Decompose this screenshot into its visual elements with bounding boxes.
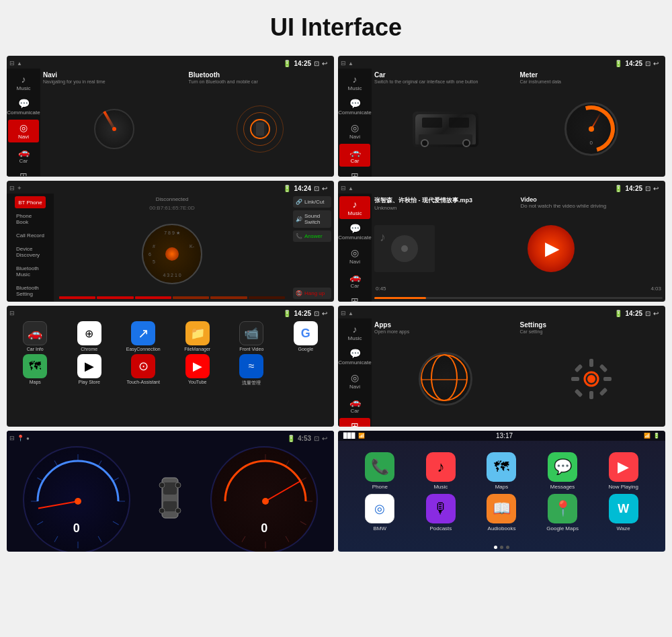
car-visual xyxy=(374,84,517,174)
back-icon7[interactable]: ↩ xyxy=(322,435,327,442)
sidebar4-apps[interactable]: ⊞ Apps xyxy=(339,293,370,302)
dot-2[interactable] xyxy=(500,546,503,549)
app-chrome[interactable]: ⊕ Chrome xyxy=(64,321,116,351)
signal-bars: ▉▉▉ xyxy=(343,433,355,439)
svg-rect-9 xyxy=(599,364,607,373)
carplay-bmw[interactable]: ◎ BMW xyxy=(351,494,409,532)
back-icon5[interactable]: ↩ xyxy=(322,310,327,317)
carplay-maps[interactable]: 🗺 Maps xyxy=(473,452,530,490)
battery-icon3: 🔋 xyxy=(283,185,291,192)
carplay-phone[interactable]: 📞 Phone xyxy=(351,452,409,490)
device-discovery-menu-item[interactable]: Device Discovery xyxy=(15,243,46,261)
wifi-icon: 📶 xyxy=(644,433,650,439)
call-record-menu-item[interactable]: Call Record xyxy=(15,229,46,241)
home-icon6[interactable]: ⊟ xyxy=(341,310,346,316)
home-icon4[interactable]: ⊟ xyxy=(341,185,346,192)
sidebar-car[interactable]: 🚗 Car xyxy=(8,144,39,167)
apps-section-title: Apps xyxy=(374,321,517,329)
back-icon3[interactable]: ↩ xyxy=(322,185,327,192)
home-icon[interactable]: ⊟ xyxy=(9,60,15,67)
back-icon6[interactable]: ↩ xyxy=(653,310,659,317)
app-maps[interactable]: 🗺 Maps xyxy=(9,354,61,386)
back-icon4[interactable]: ↩ xyxy=(653,185,659,192)
sidebar-navi[interactable]: ◎ Navi xyxy=(8,120,39,142)
answer-btn[interactable]: 📞 Answer xyxy=(293,230,331,242)
app-touch-assistant[interactable]: ⊙ Touch-Assistant xyxy=(118,354,169,386)
back-icon2[interactable]: ↩ xyxy=(653,60,659,67)
carplay-waze[interactable]: W Waze xyxy=(595,494,652,532)
progress-bar[interactable] xyxy=(374,297,663,299)
window-icon[interactable]: ⊡ xyxy=(314,60,319,67)
svg-rect-25 xyxy=(163,482,177,495)
screen-apps-grid: ⊟ 🔋 14:25 ⊡ ↩ 🚗 Car Info ⊕ xyxy=(7,306,334,427)
dashboard-body: 0 xyxy=(7,443,334,552)
sidebar2-navi[interactable]: ◎ Navi xyxy=(339,120,370,142)
home-icon3[interactable]: ⊟ xyxy=(9,185,15,192)
sidebar4-communicate[interactable]: 💬 Communicate xyxy=(339,220,370,243)
window-icon2[interactable]: ⊡ xyxy=(645,60,650,67)
app-traffic-manage[interactable]: ≈ 流量管理 xyxy=(226,354,278,386)
app-google[interactable]: G Google xyxy=(280,321,332,351)
window-icon5[interactable]: ⊡ xyxy=(314,310,319,317)
navi-icon4: ◎ xyxy=(351,247,359,258)
sidebar6-communicate[interactable]: 💬 Communicate xyxy=(339,345,370,368)
bt-setting-menu-item[interactable]: Bluetooth Setting xyxy=(15,282,46,300)
home-icon7[interactable]: ⊟ xyxy=(9,435,15,441)
globe-visual xyxy=(419,352,472,406)
app-front-video[interactable]: 📹 Front Video xyxy=(226,321,278,351)
window-icon7[interactable]: ⊡ xyxy=(314,435,319,442)
sound-switch-btn[interactable]: 🔊 Sound Switch xyxy=(293,210,331,228)
window-icon3[interactable]: ⊡ xyxy=(314,185,319,192)
sidebar6-car[interactable]: 🚗 Car xyxy=(339,394,370,417)
dot-1[interactable] xyxy=(494,546,497,549)
link-cut-btn[interactable]: 🔗 Link/Cut xyxy=(293,196,331,208)
sidebar4-navi[interactable]: ◎ Navi xyxy=(339,245,370,267)
window-icon4[interactable]: ⊡ xyxy=(645,185,650,192)
play-button[interactable]: ▶ xyxy=(528,225,575,272)
phone-book-menu-item[interactable]: Phone Book xyxy=(15,210,46,228)
carplay-google-maps[interactable]: 📍 Google Maps xyxy=(534,494,591,532)
sidebar6-music[interactable]: ♪ Music xyxy=(339,321,370,344)
sidebar2-car[interactable]: 🚗 Car xyxy=(339,144,370,167)
app-car-info[interactable]: 🚗 Car Info xyxy=(9,321,61,351)
carplay-page-dots xyxy=(338,543,665,552)
carplay-now-playing[interactable]: ▶ Now Playing xyxy=(595,452,652,490)
meter-subtitle: Car instrument data xyxy=(520,79,663,84)
home-icon2[interactable]: ⊟ xyxy=(341,60,346,67)
home-icon5[interactable]: ⊟ xyxy=(9,310,15,316)
sidebar4-car[interactable]: 🚗 Car xyxy=(339,269,370,292)
car-subtitle: Switch to the original car interface wit… xyxy=(374,79,517,84)
svg-line-15 xyxy=(98,536,101,542)
navi-icon6: ◎ xyxy=(351,372,359,383)
carplay-music[interactable]: ♪ Music xyxy=(413,452,470,490)
sidebar-communicate[interactable]: 💬 Communicate xyxy=(8,95,39,118)
svg-rect-5 xyxy=(603,377,612,381)
now-playing-icon: ▶ xyxy=(618,458,629,476)
sidebar2-music[interactable]: ♪ Music xyxy=(339,71,370,94)
hangup-btn[interactable]: 📵 Hang up xyxy=(293,288,331,299)
bt-music-menu-item[interactable]: Bluetooth Music xyxy=(15,262,46,280)
app-easy-connection[interactable]: ↗ EasyConnection xyxy=(118,321,169,351)
app-file-manager[interactable]: 📁 FileManager xyxy=(172,321,224,351)
carplay-audiobooks[interactable]: 📖 Audiobooks xyxy=(473,494,530,532)
bt-phone-menu-item[interactable]: BT Phone xyxy=(15,196,46,208)
svg-line-39 xyxy=(265,481,300,501)
dial-circle[interactable]: 7 8 9 ★ # K- 6 5 4 3 2 1 0 xyxy=(142,224,202,284)
carplay-messages[interactable]: 💬 Messages xyxy=(534,452,591,490)
bt-header-icon: ✦ xyxy=(17,185,22,192)
sidebar2-apps[interactable]: ⊞ Apps xyxy=(339,168,370,177)
sidebar6-apps[interactable]: ⊞ Apps xyxy=(339,418,370,427)
window-icon6[interactable]: ⊡ xyxy=(645,310,650,317)
app-play-store[interactable]: ▶ Play Store xyxy=(64,354,116,386)
svg-rect-3 xyxy=(589,391,593,399)
sidebar2-communicate[interactable]: 💬 Communicate xyxy=(339,95,370,118)
dot-3[interactable] xyxy=(506,546,509,549)
apps-section-subtitle: Open more apps xyxy=(374,329,517,334)
sidebar6-navi[interactable]: ◎ Navi xyxy=(339,370,370,392)
sidebar-apps[interactable]: ⊞ Apps xyxy=(8,168,39,176)
back-icon[interactable]: ↩ xyxy=(322,60,327,67)
app-youtube[interactable]: ▶ YouTube xyxy=(172,354,224,386)
sidebar4-music[interactable]: ♪ Music xyxy=(339,196,370,219)
carplay-podcasts[interactable]: 🎙 Podcasts xyxy=(413,494,470,532)
sidebar-music[interactable]: ♪ Music xyxy=(8,71,39,94)
